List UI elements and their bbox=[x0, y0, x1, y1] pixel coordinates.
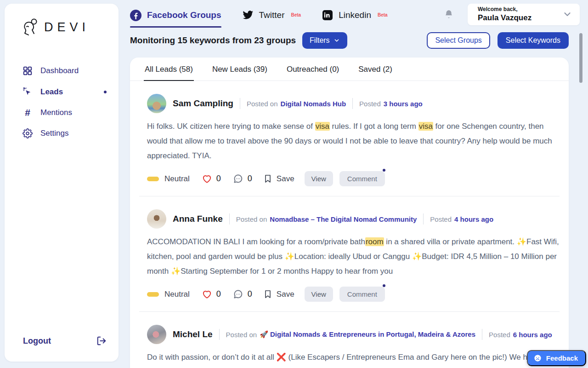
notification-bell-icon[interactable] bbox=[444, 9, 454, 20]
sidebar: DEVI Dashboard Leads bbox=[5, 4, 119, 362]
filters-label: Filters bbox=[310, 36, 330, 45]
tab-linkedin[interactable]: Linkedin Beta bbox=[322, 1, 387, 27]
save-label: Save bbox=[277, 290, 294, 299]
sidebar-item-mentions[interactable]: # Mentions bbox=[5, 105, 119, 121]
monitoring-toolbar: Monitoring 15 keywords from 23 groups Fi… bbox=[130, 32, 569, 49]
tab-outreached[interactable]: Outreached (0) bbox=[286, 58, 340, 80]
group-link[interactable]: Nomadbase – The Digital Nomad Community bbox=[270, 215, 417, 223]
posted-label: Posted bbox=[489, 331, 510, 339]
feedback-button[interactable]: Feedback bbox=[527, 350, 586, 366]
beta-badge: Beta bbox=[378, 12, 388, 17]
lead-card: Michel Le Posted on 🚀 Digital Nomads & E… bbox=[147, 312, 560, 368]
leads-notification-dot bbox=[104, 91, 107, 93]
select-groups-button[interactable]: Select Groups bbox=[427, 32, 490, 49]
sidebar-nav: Dashboard Leads # Mentions bbox=[5, 63, 119, 142]
grid-icon bbox=[22, 66, 33, 76]
heart-icon bbox=[202, 173, 212, 184]
post-text: Hi folks. UK citizen here trying to make… bbox=[147, 119, 560, 163]
logout-label: Logout bbox=[23, 336, 51, 346]
lead-header: Sam Campling Posted on Digital Nomads Hu… bbox=[147, 94, 560, 113]
top-header: Facebook Groups Twitter Beta Linkedin Be… bbox=[130, 0, 580, 29]
leads-panel: All Leads (58) New Leads (39) Outreached… bbox=[130, 58, 569, 368]
group-link[interactable]: Digital Nomads Hub bbox=[281, 100, 346, 108]
save-label: Save bbox=[277, 174, 294, 184]
avatar[interactable] bbox=[147, 209, 166, 229]
platform-tabs: Facebook Groups Twitter Beta Linkedin Be… bbox=[130, 1, 388, 28]
group-link[interactable]: 🚀 Digital Nomads & Entrepreneurs in Port… bbox=[260, 330, 475, 339]
likes-count: 0 bbox=[216, 174, 221, 184]
app-title: DEVI bbox=[44, 20, 90, 34]
tab-label: Facebook Groups bbox=[147, 10, 221, 20]
sidebar-item-dashboard[interactable]: Dashboard bbox=[5, 63, 119, 79]
tab-saved[interactable]: Saved (2) bbox=[357, 58, 393, 80]
filters-button[interactable]: Filters bbox=[302, 32, 347, 49]
comments-count: 0 bbox=[248, 289, 252, 299]
heart-icon bbox=[202, 289, 212, 299]
devi-face-icon bbox=[21, 17, 40, 37]
beta-badge: Beta bbox=[291, 12, 301, 17]
post-text: Do it with passion, or don’t do it at al… bbox=[147, 350, 560, 368]
lead-author-name: Michel Le bbox=[173, 329, 213, 339]
sentiment-label: Neutral bbox=[164, 290, 190, 299]
post-time: 4 hours ago bbox=[454, 215, 493, 223]
likes-stat: 0 bbox=[202, 173, 221, 184]
sidebar-item-leads[interactable]: Leads bbox=[5, 84, 119, 100]
logout-button[interactable]: Logout bbox=[5, 336, 119, 362]
lead-actions: Neutral 0 0 bbox=[147, 287, 560, 302]
posted-on-label: Posted on bbox=[226, 331, 257, 339]
tab-twitter[interactable]: Twitter Beta bbox=[243, 1, 301, 27]
logout-icon bbox=[96, 336, 107, 346]
app-logo: DEVI bbox=[5, 4, 119, 37]
post-text: ACCOMODATION IN BALI I am looking for a … bbox=[147, 235, 560, 279]
sentiment-pill bbox=[147, 292, 159, 297]
divider bbox=[423, 213, 424, 224]
post-time: 3 hours ago bbox=[384, 100, 423, 108]
comment-bubble-icon bbox=[233, 289, 243, 299]
divider bbox=[240, 98, 240, 109]
view-button[interactable]: View bbox=[305, 287, 333, 302]
keyword-highlight: visa bbox=[315, 122, 330, 131]
gear-icon bbox=[22, 128, 33, 138]
divider bbox=[219, 329, 220, 340]
keyword-highlight: room bbox=[365, 237, 384, 246]
comment-button[interactable]: Comment bbox=[339, 171, 385, 186]
avatar[interactable] bbox=[147, 325, 166, 344]
comment-button[interactable]: Comment bbox=[339, 287, 385, 302]
hash-icon: # bbox=[22, 108, 33, 117]
keyword-highlight: visa bbox=[418, 122, 433, 131]
comments-count: 0 bbox=[248, 174, 252, 184]
lead-header: Anna Funke Posted on Nomadbase – The Dig… bbox=[147, 209, 560, 229]
likes-count: 0 bbox=[216, 289, 221, 299]
facebook-icon bbox=[130, 10, 141, 21]
feedback-label: Feedback bbox=[546, 354, 578, 362]
comment-label: Comment bbox=[347, 290, 377, 298]
posted-label: Posted bbox=[430, 215, 452, 223]
bookmark-icon bbox=[263, 289, 272, 299]
sentiment-pill bbox=[147, 177, 159, 181]
select-keywords-button[interactable]: Select Keywords bbox=[498, 32, 569, 49]
user-menu[interactable]: Welcome back, Paula Vazquez bbox=[468, 4, 580, 25]
save-button[interactable]: Save bbox=[263, 289, 294, 299]
sidebar-item-label: Leads bbox=[40, 87, 63, 97]
scrollbar[interactable] bbox=[579, 33, 582, 83]
tab-facebook-groups[interactable]: Facebook Groups bbox=[130, 1, 221, 28]
avatar[interactable] bbox=[147, 94, 166, 113]
tab-all-leads[interactable]: All Leads (58) bbox=[144, 58, 194, 80]
tab-label: Twitter bbox=[259, 10, 285, 20]
leads-list: Sam Campling Posted on Digital Nomads Hu… bbox=[130, 81, 569, 368]
lead-author-name: Anna Funke bbox=[173, 214, 223, 224]
posted-label: Posted bbox=[359, 100, 381, 108]
cursor-icon bbox=[22, 87, 33, 97]
posted-on-label: Posted on bbox=[236, 215, 267, 223]
likes-stat: 0 bbox=[202, 289, 221, 299]
sidebar-item-label: Settings bbox=[40, 129, 68, 138]
tab-new-leads[interactable]: New Leads (39) bbox=[211, 58, 268, 80]
post-time: 6 hours ago bbox=[513, 331, 552, 339]
lead-tabs: All Leads (58) New Leads (39) Outreached… bbox=[130, 58, 569, 81]
user-name: Paula Vazquez bbox=[478, 13, 531, 23]
posted-on-label: Posted on bbox=[247, 100, 278, 108]
sidebar-item-label: Dashboard bbox=[40, 66, 79, 75]
sidebar-item-settings[interactable]: Settings bbox=[5, 125, 119, 142]
view-button[interactable]: View bbox=[305, 171, 333, 186]
save-button[interactable]: Save bbox=[263, 174, 294, 184]
